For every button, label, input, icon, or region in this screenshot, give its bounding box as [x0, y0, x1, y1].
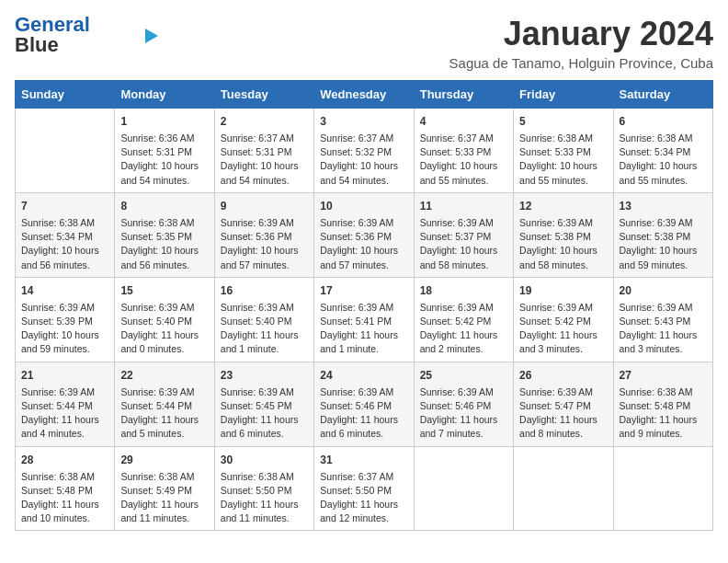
calendar-cell: 3Sunrise: 6:37 AMSunset: 5:32 PMDaylight…: [314, 109, 414, 193]
cell-sun-info: Sunrise: 6:39 AMSunset: 5:41 PMDaylight:…: [320, 301, 407, 357]
calendar-cell: 23Sunrise: 6:39 AMSunset: 5:45 PMDayligh…: [214, 362, 313, 446]
day-number: 24: [320, 367, 407, 384]
day-number: 7: [21, 198, 108, 214]
calendar-cell: 9Sunrise: 6:39 AMSunset: 5:36 PMDaylight…: [214, 192, 313, 277]
day-number: 14: [21, 282, 108, 299]
calendar-cell: 31Sunrise: 6:37 AMSunset: 5:50 PMDayligh…: [314, 446, 414, 531]
day-number: 12: [519, 198, 607, 214]
calendar-cell: 22Sunrise: 6:39 AMSunset: 5:44 PMDayligh…: [115, 362, 214, 446]
calendar-cell: 21Sunrise: 6:39 AMSunset: 5:44 PMDayligh…: [16, 362, 115, 446]
day-number: 4: [420, 113, 507, 130]
calendar-cell: 26Sunrise: 6:39 AMSunset: 5:47 PMDayligh…: [514, 362, 613, 446]
cell-sun-info: Sunrise: 6:39 AMSunset: 5:42 PMDaylight:…: [420, 301, 507, 357]
calendar-cell: 5Sunrise: 6:38 AMSunset: 5:33 PMDaylight…: [514, 109, 613, 193]
day-number: 30: [221, 452, 308, 468]
calendar-cell: 11Sunrise: 6:39 AMSunset: 5:37 PMDayligh…: [414, 192, 513, 277]
calendar-cell: 12Sunrise: 6:39 AMSunset: 5:38 PMDayligh…: [514, 192, 613, 277]
month-title: January 2024: [449, 15, 713, 53]
day-header-wednesday: Wednesday: [314, 81, 414, 109]
day-number: 21: [21, 367, 108, 384]
calendar-cell: 10Sunrise: 6:39 AMSunset: 5:36 PMDayligh…: [314, 192, 414, 277]
day-number: 1: [120, 113, 208, 130]
logo-arrow-icon: [145, 29, 158, 43]
calendar-cell: 4Sunrise: 6:37 AMSunset: 5:33 PMDaylight…: [414, 109, 513, 193]
day-number: 10: [320, 198, 407, 214]
calendar-cell: 1Sunrise: 6:36 AMSunset: 5:31 PMDaylight…: [115, 109, 214, 193]
cell-sun-info: Sunrise: 6:38 AMSunset: 5:34 PMDaylight:…: [620, 132, 707, 188]
calendar-cell: 8Sunrise: 6:38 AMSunset: 5:35 PMDaylight…: [115, 192, 214, 277]
cell-sun-info: Sunrise: 6:38 AMSunset: 5:33 PMDaylight:…: [519, 132, 607, 188]
day-number: 15: [120, 282, 208, 299]
day-number: 20: [620, 282, 707, 299]
calendar-cell: [414, 446, 513, 531]
day-number: 26: [519, 367, 607, 384]
day-number: 6: [620, 113, 707, 130]
day-header-tuesday: Tuesday: [214, 81, 313, 109]
cell-sun-info: Sunrise: 6:38 AMSunset: 5:50 PMDaylight:…: [221, 470, 308, 526]
week-row-1: 1Sunrise: 6:36 AMSunset: 5:31 PMDaylight…: [16, 109, 713, 193]
calendar-cell: 30Sunrise: 6:38 AMSunset: 5:50 PMDayligh…: [214, 446, 313, 531]
day-number: 11: [420, 198, 507, 214]
calendar-cell: 6Sunrise: 6:38 AMSunset: 5:34 PMDaylight…: [613, 109, 712, 193]
week-row-5: 28Sunrise: 6:38 AMSunset: 5:48 PMDayligh…: [16, 446, 713, 531]
calendar-cell: [613, 446, 712, 531]
calendar-cell: 20Sunrise: 6:39 AMSunset: 5:43 PMDayligh…: [613, 277, 712, 362]
cell-sun-info: Sunrise: 6:39 AMSunset: 5:44 PMDaylight:…: [21, 385, 108, 442]
cell-sun-info: Sunrise: 6:38 AMSunset: 5:34 PMDaylight:…: [21, 216, 108, 272]
day-number: 28: [21, 452, 108, 468]
day-number: 25: [420, 367, 507, 384]
cell-sun-info: Sunrise: 6:37 AMSunset: 5:33 PMDaylight:…: [420, 132, 507, 188]
calendar-cell: 13Sunrise: 6:39 AMSunset: 5:38 PMDayligh…: [613, 192, 712, 277]
day-header-friday: Friday: [514, 81, 613, 109]
cell-sun-info: Sunrise: 6:39 AMSunset: 5:38 PMDaylight:…: [519, 216, 607, 272]
cell-sun-info: Sunrise: 6:39 AMSunset: 5:36 PMDaylight:…: [320, 216, 407, 272]
calendar-cell: 18Sunrise: 6:39 AMSunset: 5:42 PMDayligh…: [414, 277, 513, 362]
header: GeneralBlue January 2024 Sagua de Tanamo…: [15, 15, 713, 71]
calendar-cell: 15Sunrise: 6:39 AMSunset: 5:40 PMDayligh…: [115, 277, 214, 362]
day-number: 27: [620, 367, 707, 384]
day-number: 16: [221, 282, 308, 299]
cell-sun-info: Sunrise: 6:39 AMSunset: 5:37 PMDaylight:…: [420, 216, 507, 272]
location-subtitle: Sagua de Tanamo, Holguin Province, Cuba: [449, 55, 713, 71]
cell-sun-info: Sunrise: 6:39 AMSunset: 5:46 PMDaylight:…: [320, 385, 407, 442]
cell-sun-info: Sunrise: 6:39 AMSunset: 5:44 PMDaylight:…: [120, 385, 208, 442]
day-number: 5: [519, 113, 607, 130]
day-number: 19: [519, 282, 607, 299]
cell-sun-info: Sunrise: 6:39 AMSunset: 5:40 PMDaylight:…: [120, 301, 208, 357]
calendar-cell: [16, 109, 115, 193]
day-number: 3: [320, 113, 407, 130]
calendar-cell: 27Sunrise: 6:38 AMSunset: 5:48 PMDayligh…: [613, 362, 712, 446]
logo-text: GeneralBlue: [15, 15, 90, 55]
day-number: 17: [320, 282, 407, 299]
day-number: 8: [120, 198, 208, 214]
cell-sun-info: Sunrise: 6:39 AMSunset: 5:46 PMDaylight:…: [420, 385, 507, 442]
day-number: 9: [221, 198, 308, 214]
calendar-table: SundayMondayTuesdayWednesdayThursdayFrid…: [15, 80, 713, 531]
day-number: 22: [120, 367, 208, 384]
day-number: 2: [221, 113, 308, 130]
calendar-cell: 17Sunrise: 6:39 AMSunset: 5:41 PMDayligh…: [314, 277, 414, 362]
cell-sun-info: Sunrise: 6:37 AMSunset: 5:50 PMDaylight:…: [320, 470, 407, 526]
calendar-cell: 25Sunrise: 6:39 AMSunset: 5:46 PMDayligh…: [414, 362, 513, 446]
week-row-3: 14Sunrise: 6:39 AMSunset: 5:39 PMDayligh…: [16, 277, 713, 362]
calendar-cell: 7Sunrise: 6:38 AMSunset: 5:34 PMDaylight…: [16, 192, 115, 277]
day-number: 13: [620, 198, 707, 214]
cell-sun-info: Sunrise: 6:37 AMSunset: 5:31 PMDaylight:…: [221, 132, 308, 188]
day-number: 29: [120, 452, 208, 468]
calendar-cell: 16Sunrise: 6:39 AMSunset: 5:40 PMDayligh…: [214, 277, 313, 362]
cell-sun-info: Sunrise: 6:39 AMSunset: 5:45 PMDaylight:…: [221, 385, 308, 442]
cell-sun-info: Sunrise: 6:38 AMSunset: 5:48 PMDaylight:…: [620, 385, 707, 442]
cell-sun-info: Sunrise: 6:39 AMSunset: 5:40 PMDaylight:…: [221, 301, 308, 357]
cell-sun-info: Sunrise: 6:39 AMSunset: 5:38 PMDaylight:…: [620, 216, 707, 272]
day-header-monday: Monday: [115, 81, 214, 109]
week-row-4: 21Sunrise: 6:39 AMSunset: 5:44 PMDayligh…: [16, 362, 713, 446]
day-number: 31: [320, 452, 407, 468]
cell-sun-info: Sunrise: 6:37 AMSunset: 5:32 PMDaylight:…: [320, 132, 407, 188]
cell-sun-info: Sunrise: 6:39 AMSunset: 5:42 PMDaylight:…: [519, 301, 607, 357]
logo: GeneralBlue: [15, 15, 158, 55]
cell-sun-info: Sunrise: 6:39 AMSunset: 5:36 PMDaylight:…: [221, 216, 308, 272]
calendar-cell: 14Sunrise: 6:39 AMSunset: 5:39 PMDayligh…: [16, 277, 115, 362]
cell-sun-info: Sunrise: 6:38 AMSunset: 5:35 PMDaylight:…: [120, 216, 208, 272]
day-number: 23: [221, 367, 308, 384]
week-row-2: 7Sunrise: 6:38 AMSunset: 5:34 PMDaylight…: [16, 192, 713, 277]
